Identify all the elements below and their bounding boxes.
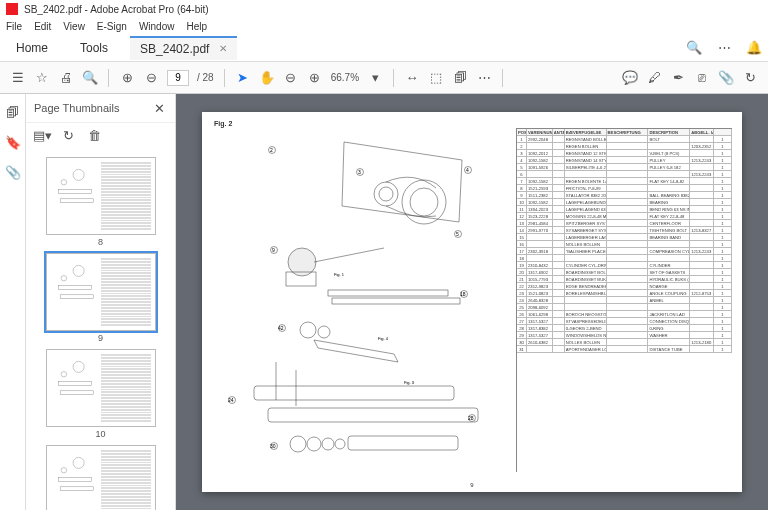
sidebar-toggle-icon[interactable]: ☰	[10, 70, 26, 86]
table-row: 172302-3918"BALISHBER PLACEBERGERCOMPREA…	[517, 248, 732, 255]
thumb-options-icon[interactable]: ▤▾	[34, 127, 50, 143]
attachments-rail-icon[interactable]: 📎	[5, 164, 21, 180]
table-row: 111394-2023LAGEPELAGEND 63 NS OCTOBERGE …	[517, 206, 732, 213]
table-row: 142991-9770SYSARBERGET SYSARBERGETTIGHTE…	[517, 227, 732, 234]
search-icon[interactable]: 🔍	[82, 70, 98, 86]
table-row: 181	[517, 255, 732, 262]
table-row: 252098-60921	[517, 304, 732, 311]
table-row: 101092-1582LAGEPELAGEBUNDE LAGEPENBUNDBE…	[517, 199, 732, 206]
menu-file[interactable]: File	[6, 21, 22, 32]
thumbnail-label: 10	[26, 429, 175, 439]
page-down-icon[interactable]: ⊖	[143, 70, 159, 86]
print-icon[interactable]: 🖨	[58, 70, 74, 86]
table-row: 271317-5327STVASPRESSEDELING STROKSTELLD…	[517, 318, 732, 325]
svg-point-26	[300, 322, 316, 338]
svg-point-19	[374, 182, 398, 206]
sign-icon[interactable]: ✒	[670, 70, 686, 86]
svg-text:5: 5	[456, 231, 459, 237]
close-pane-icon[interactable]: ✕	[151, 100, 167, 116]
svg-text:4: 4	[466, 167, 469, 173]
svg-rect-13	[58, 478, 91, 482]
bell-icon[interactable]: 🔔	[746, 40, 762, 56]
chevron-down-icon[interactable]: ▾	[367, 70, 383, 86]
hand-icon[interactable]: ✋	[259, 70, 275, 86]
table-row: 291317-5327WINDOWSHIELDS NADKNOTWASHER1	[517, 332, 732, 339]
svg-marker-16	[342, 142, 462, 222]
table-row: 15LAGERBERGER LAGBERGERBEARING BAND1	[517, 234, 732, 241]
menu-bar: File Edit View E-Sign Window Help	[0, 18, 768, 34]
page-up-icon[interactable]: ⊕	[119, 70, 135, 86]
svg-point-3	[61, 179, 67, 185]
pointer-icon[interactable]: ➤	[235, 70, 251, 86]
star-icon[interactable]: ☆	[34, 70, 50, 86]
table-row: 71092-1582REGEN BOLENTE 14-8-82FLAT KEY …	[517, 178, 732, 185]
fit-width-icon[interactable]: ↔	[404, 70, 420, 86]
thumb-delete-icon[interactable]: 🗑	[86, 127, 102, 143]
table-row: 261061-6298BOROCH NEOGSTONDEPANELINE BES…	[517, 311, 732, 318]
close-icon[interactable]: ✕	[219, 43, 227, 54]
table-row: 31APORTENDAGER LOCPRANCISCODISTANCE TUBE…	[517, 346, 732, 353]
tab-home[interactable]: Home	[6, 37, 58, 59]
bookmarks-rail-icon[interactable]: 🔖	[5, 134, 21, 150]
stamp-icon[interactable]: ⎚	[694, 70, 710, 86]
measure-icon[interactable]: ↻	[742, 70, 758, 86]
table-row: 121523-2228MOGGINS 22-8-48 MICHODOENS 22…	[517, 213, 732, 220]
svg-point-0	[73, 169, 84, 180]
thumb-rotate-icon[interactable]: ↻	[60, 127, 76, 143]
page-number-input[interactable]	[167, 70, 189, 86]
fit-page-icon[interactable]: ⬚	[428, 70, 444, 86]
overflow-icon[interactable]: ⋯	[716, 40, 732, 56]
thumbnail-page-10[interactable]: 10	[26, 349, 175, 439]
table-row: 222312-9823EDGE BENDREADERSNOARGE1	[517, 283, 732, 290]
menu-edit[interactable]: Edit	[34, 21, 51, 32]
table-row: 231521-0823BORELESPANISHBUS NIPPELDOMPLA…	[517, 290, 732, 297]
page-number: 9	[470, 482, 473, 488]
thumbnail-page-8[interactable]: 8	[26, 157, 175, 247]
svg-rect-6	[60, 295, 93, 299]
thumbnails-rail-icon[interactable]: 🗐	[5, 104, 21, 120]
svg-point-20	[379, 187, 393, 201]
table-row: 2REGEN BOLLEN1203-2352 1203-2352 1203-23…	[517, 143, 732, 150]
window-title: SB_2402.pdf - Adobe Acrobat Pro (64-bit)	[24, 4, 209, 15]
table-row: 81521-2593FRICTION- P-8-991	[517, 185, 732, 192]
svg-text:18: 18	[460, 291, 466, 297]
table-row: 61213-22431	[517, 171, 732, 178]
svg-text:28: 28	[468, 415, 474, 421]
menu-view[interactable]: View	[63, 21, 85, 32]
zoom-out-icon[interactable]: ⊖	[283, 70, 299, 86]
svg-rect-5	[58, 286, 91, 290]
table-row: 51091-5926SILBERPELITE 4-6 202 DECALCOMA…	[517, 164, 732, 171]
menu-help[interactable]: Help	[186, 21, 207, 32]
menu-esign[interactable]: E-Sign	[97, 21, 127, 32]
table-row: 41092-1582REGNSTAND 14 STYCL BALANCERSPU…	[517, 157, 732, 164]
table-header: VAREN/NUMMER	[527, 129, 553, 135]
svg-point-12	[73, 457, 84, 468]
table-row: 31092-2012REGNSTAND 12 STK.LV-BELT (8 PC…	[517, 150, 732, 157]
thumbnail-page-9[interactable]: 9	[26, 253, 175, 343]
thumbnail-page-11[interactable]: 11	[26, 445, 175, 510]
tab-tools[interactable]: Tools	[70, 37, 118, 59]
zoom-in-icon[interactable]: ⊕	[307, 70, 323, 86]
tab-document-label: SB_2402.pdf	[140, 42, 209, 56]
toolbar: ☰ ☆ 🖨 🔍 ⊕ ⊖ / 28 ➤ ✋ ⊖ ⊕ 66.7% ▾ ↔ ⬚ 🗐 ⋯…	[0, 62, 768, 94]
svg-point-32	[290, 436, 306, 452]
table-row: 242640-8328ANMEL1	[517, 297, 732, 304]
menu-window[interactable]: Window	[139, 21, 175, 32]
read-mode-icon[interactable]: 🗐	[452, 70, 468, 86]
table-header: ANTAL	[553, 129, 565, 135]
highlight-icon[interactable]: 🖊	[646, 70, 662, 86]
search-doc-icon[interactable]: 🔍	[686, 40, 702, 56]
table-row: 12992-2048REGNSTAND BOLLENBOLT1	[517, 136, 732, 143]
table-header: POS	[517, 129, 527, 135]
attach-icon[interactable]: 📎	[718, 70, 734, 86]
table-header: ABGELL. IABEL. VU TAVL. & THYI	[690, 129, 714, 135]
table-row: 132981-4584SPITZBERGER SYSTBERGERCENTERF…	[517, 220, 732, 227]
tab-document[interactable]: SB_2402.pdf ✕	[130, 36, 237, 60]
svg-point-18	[410, 188, 438, 216]
svg-text:Fig. 4: Fig. 4	[378, 336, 389, 341]
svg-text:Fig. 1: Fig. 1	[334, 272, 345, 277]
zoom-level[interactable]: 66.7%	[331, 72, 359, 83]
comment-icon[interactable]: 💬	[622, 70, 638, 86]
more-tools-icon[interactable]: ⋯	[476, 70, 492, 86]
thumbnail-label: 8	[26, 237, 175, 247]
